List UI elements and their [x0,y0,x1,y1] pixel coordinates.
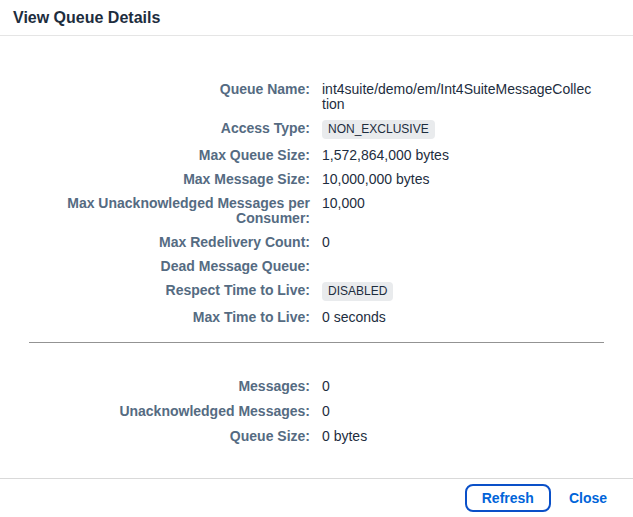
max-unacked-per-consumer-label: Max Unacknowledged Messages per Consumer… [12,196,310,226]
max-message-size-value: 10,000,000 bytes [322,172,594,187]
max-ttl-value: 0 seconds [322,310,594,325]
respect-ttl-label: Respect Time to Live: [12,283,310,298]
access-type-badge: NON_EXCLUSIVE [322,120,435,139]
section-separator [29,342,604,343]
access-type-label: Access Type: [12,121,310,136]
messages-label: Messages: [12,379,310,394]
unacked-messages-value: 0 [322,404,594,419]
messages-value: 0 [322,379,594,394]
max-queue-size-value: 1,572,864,000 bytes [322,148,594,163]
respect-ttl-badge: DISABLED [322,282,393,301]
max-redelivery-count-label: Max Redelivery Count: [12,235,310,250]
respect-ttl-value: DISABLED [322,283,594,301]
queue-name-label: Queue Name: [12,82,310,97]
max-queue-size-label: Max Queue Size: [12,148,310,163]
view-queue-details-dialog: View Queue Details Queue Name: int4suite… [0,0,633,517]
refresh-button[interactable]: Refresh [465,484,551,512]
dialog-header: View Queue Details [0,0,633,36]
queue-name-value: int4suite/demo/em/Int4SuiteMessageCollec… [322,82,594,112]
dialog-footer: Refresh Close [0,478,633,517]
queue-size-label: Queue Size: [12,429,310,444]
queue-details-form: Queue Name: int4suite/demo/em/Int4SuiteM… [0,36,633,325]
queue-stats-form: Messages: 0 Unacknowledged Messages: 0 Q… [0,379,633,444]
dead-message-queue-value [322,259,594,274]
max-unacked-per-consumer-value: 10,000 [322,196,594,211]
dead-message-queue-label: Dead Message Queue: [12,259,310,274]
max-redelivery-count-value: 0 [322,235,594,250]
max-message-size-label: Max Message Size: [12,172,310,187]
close-button[interactable]: Close [557,486,619,510]
max-ttl-label: Max Time to Live: [12,310,310,325]
queue-size-value: 0 bytes [322,429,594,444]
access-type-value: NON_EXCLUSIVE [322,121,594,139]
dialog-title: View Queue Details [13,9,160,27]
unacked-messages-label: Unacknowledged Messages: [12,404,310,419]
